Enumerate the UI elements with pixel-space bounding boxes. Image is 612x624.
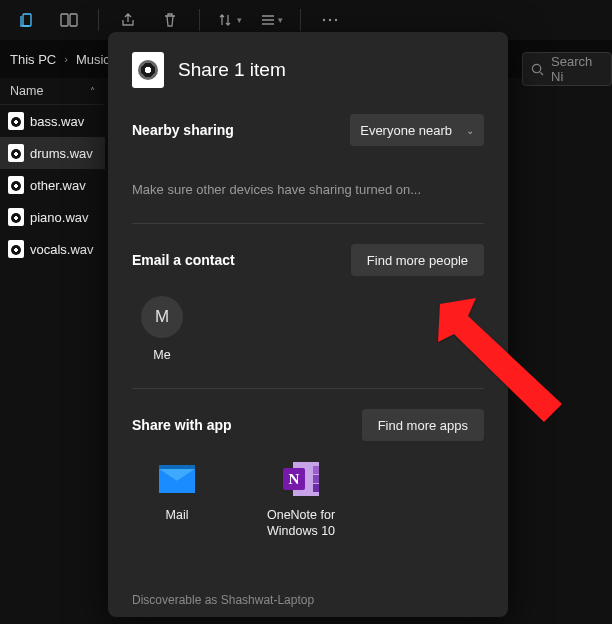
email-label: Email a contact: [132, 252, 235, 268]
svg-point-6: [532, 64, 540, 72]
sort-asc-icon: ˄: [90, 86, 95, 97]
share-title: Share 1 item: [178, 59, 286, 81]
divider: [132, 223, 484, 224]
svg-rect-11: [313, 484, 319, 492]
breadcrumb-root[interactable]: This PC: [10, 52, 56, 67]
toolbar-separator: [98, 9, 99, 31]
audio-file-icon: [8, 176, 24, 194]
audio-file-icon: [8, 112, 24, 130]
share-item-thumb: [132, 52, 164, 88]
file-row[interactable]: piano.wav: [0, 201, 105, 233]
toolbar-separator: [300, 9, 301, 31]
share-dialog: Share 1 item Nearby sharing Everyone nea…: [108, 32, 508, 617]
file-list: Name ˄ bass.wav drums.wav other.wav pian…: [0, 78, 105, 624]
column-header-name[interactable]: Name ˄: [0, 78, 105, 105]
breadcrumb-folder[interactable]: Music: [76, 52, 110, 67]
divider: [132, 388, 484, 389]
apps-label: Share with app: [132, 417, 232, 433]
audio-file-icon: [8, 208, 24, 226]
audio-file-icon: [8, 144, 24, 162]
file-row[interactable]: drums.wav: [0, 137, 105, 169]
file-row[interactable]: vocals.wav: [0, 233, 105, 265]
share-header: Share 1 item: [132, 52, 484, 88]
find-more-people-button[interactable]: Find more people: [351, 244, 484, 276]
file-row[interactable]: other.wav: [0, 169, 105, 201]
svg-text:N: N: [289, 471, 300, 487]
contact-me[interactable]: M Me: [132, 296, 192, 362]
nearby-dropdown[interactable]: Everyone nearb ⌄: [350, 114, 484, 146]
svg-point-4: [329, 19, 331, 21]
email-contact-row: Email a contact Find more people: [132, 244, 484, 276]
svg-rect-10: [313, 475, 319, 483]
copy-panel-icon[interactable]: [8, 4, 46, 36]
avatar: M: [141, 296, 183, 338]
toolbar-separator: [199, 9, 200, 31]
file-row[interactable]: bass.wav: [0, 105, 105, 137]
svg-rect-1: [61, 14, 68, 26]
audio-file-icon: [8, 240, 24, 258]
svg-point-3: [323, 19, 325, 21]
onenote-icon: N: [283, 461, 319, 497]
search-icon: [531, 63, 544, 76]
find-more-apps-button[interactable]: Find more apps: [362, 409, 484, 441]
nearby-sharing-row: Nearby sharing Everyone nearb ⌄: [132, 114, 484, 146]
app-onenote[interactable]: N OneNote for Windows 10: [256, 461, 346, 540]
svg-point-5: [335, 19, 337, 21]
share-with-app-row: Share with app Find more apps: [132, 409, 484, 441]
apps-list: Mail N OneNote for Windows 10: [132, 461, 484, 540]
svg-rect-0: [23, 14, 31, 26]
discoverable-text: Discoverable as Shashwat-Laptop: [132, 579, 484, 607]
search-placeholder: Search Ni: [551, 54, 601, 84]
nearby-hint: Make sure other devices have sharing tur…: [132, 182, 484, 197]
mail-icon: [159, 461, 195, 497]
search-input[interactable]: Search Ni: [522, 52, 612, 86]
svg-rect-2: [70, 14, 77, 26]
new-window-icon[interactable]: [50, 4, 88, 36]
nearby-label: Nearby sharing: [132, 122, 234, 138]
chevron-right-icon: ›: [64, 53, 68, 65]
chevron-down-icon: ⌄: [466, 125, 474, 136]
svg-rect-9: [313, 466, 319, 474]
app-mail[interactable]: Mail: [132, 461, 222, 540]
